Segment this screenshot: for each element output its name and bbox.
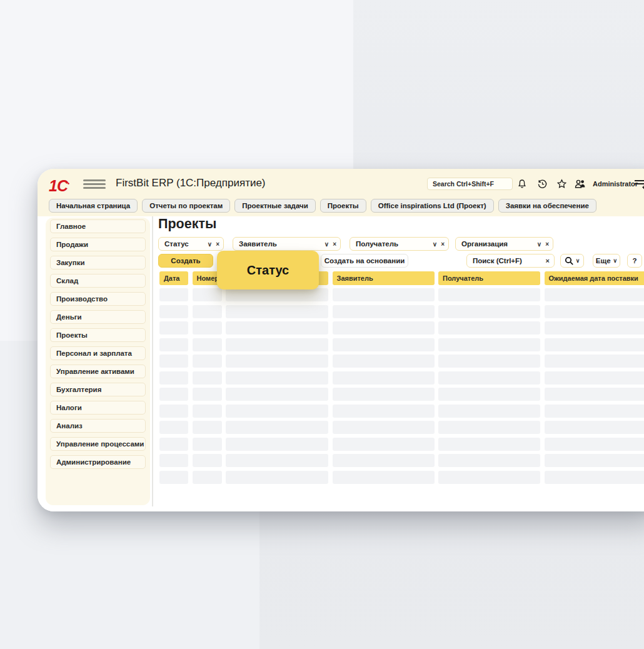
clear-search-icon[interactable]: ×	[546, 254, 550, 267]
table-cell	[159, 421, 188, 434]
table-cell	[545, 371, 644, 385]
table-cell	[159, 454, 188, 467]
sidebar-item[interactable]: Производство	[50, 292, 146, 306]
clear-filter-icon[interactable]: ×	[545, 241, 549, 248]
table-cell	[159, 471, 188, 484]
sidebar-item[interactable]: Склад	[50, 274, 146, 288]
table-cell	[226, 371, 328, 385]
filter-recipient[interactable]: Получатель ∨ ×	[350, 237, 449, 251]
table-cell	[193, 438, 222, 451]
table-cell	[333, 321, 435, 335]
table-cell	[438, 388, 540, 401]
create-button[interactable]: Создать	[158, 254, 213, 268]
sidebar-item[interactable]: Управление активами	[50, 365, 146, 378]
table-cell	[438, 355, 540, 368]
table-search-input[interactable]: Поиск (Ctrl+F) ×	[466, 254, 555, 268]
table-row[interactable]	[153, 405, 644, 418]
collapse-panels-icon[interactable]	[634, 177, 644, 191]
sidebar-item[interactable]: Главное	[50, 219, 146, 233]
table-row[interactable]	[153, 471, 644, 484]
filter-status[interactable]: Статус ∨ ×	[158, 237, 224, 251]
star-icon[interactable]	[555, 177, 568, 191]
table-cell	[545, 355, 644, 368]
table-cell	[159, 371, 188, 385]
table-row[interactable]	[153, 371, 644, 385]
bell-icon[interactable]	[515, 177, 529, 191]
tab[interactable]: Отчеты по проектам	[142, 199, 230, 213]
table-cell	[159, 321, 188, 335]
table-cell	[545, 388, 644, 401]
table-cell	[226, 405, 328, 418]
history-icon[interactable]	[535, 177, 549, 191]
help-button[interactable]: ?	[627, 254, 642, 268]
table-cell	[159, 305, 188, 318]
column-header[interactable]: Ожидаемая дата поставки	[545, 271, 644, 285]
chevron-down-icon[interactable]: ∨	[208, 241, 212, 248]
sidebar-item[interactable]: Налоги	[50, 401, 146, 415]
table-cell	[226, 305, 328, 318]
column-header[interactable]: Дата	[159, 271, 188, 285]
global-search-input[interactable]	[427, 178, 513, 190]
filter-organization[interactable]: Организация ∨ ×	[455, 237, 553, 251]
table-cell	[193, 288, 222, 301]
user-label[interactable]: Administrator	[593, 180, 638, 188]
clear-filter-icon[interactable]: ×	[441, 241, 445, 248]
table-cell	[438, 338, 540, 351]
table-row[interactable]	[153, 338, 644, 351]
table-cell	[226, 388, 328, 401]
table-row[interactable]	[153, 288, 644, 301]
table-cell	[438, 321, 540, 335]
table-cell	[193, 471, 222, 484]
column-header[interactable]: Заявитель	[333, 271, 435, 285]
table-row[interactable]	[153, 388, 644, 401]
1c-logo: 1С•	[49, 175, 69, 194]
sidebar-item[interactable]: Деньги	[50, 310, 146, 324]
tab[interactable]: Office inspirations Ltd (Проект)	[371, 199, 494, 213]
sidebar-item[interactable]: Закупки	[50, 256, 146, 269]
chevron-down-icon[interactable]: ∨	[325, 241, 329, 248]
table-cell	[226, 338, 328, 351]
table-cell	[545, 321, 644, 335]
table-cell	[545, 421, 644, 434]
table-cell	[159, 438, 188, 451]
more-button[interactable]: Еще ∨	[593, 254, 620, 268]
table-cell	[159, 388, 188, 401]
users-icon[interactable]	[573, 177, 587, 191]
table-cell	[545, 471, 644, 484]
clear-filter-icon[interactable]: ×	[216, 241, 219, 248]
table-cell	[333, 305, 435, 318]
filter-applicant[interactable]: Заявитель ∨ ×	[233, 237, 341, 251]
sidebar-item[interactable]: Бухгалтерия	[50, 383, 146, 396]
table-row[interactable]	[153, 454, 644, 467]
table-cell	[193, 421, 222, 434]
table-cell	[333, 454, 435, 467]
sidebar-item[interactable]: Администрирование	[50, 455, 146, 469]
sidebar-item[interactable]: Персонал и зарплата	[50, 346, 146, 360]
page-title: Проекты	[158, 216, 216, 232]
table-cell	[438, 438, 540, 451]
create-based-on-button[interactable]: Создать на основании	[321, 254, 408, 268]
sidebar-item[interactable]: Анализ	[50, 419, 146, 433]
chevron-down-icon[interactable]: ∨	[537, 241, 541, 248]
table-row[interactable]	[153, 438, 644, 451]
table-cell	[193, 388, 222, 401]
table-cell	[193, 338, 222, 351]
table-row[interactable]	[153, 421, 644, 434]
tab[interactable]: Заявки на обеспечение	[498, 199, 596, 213]
column-header[interactable]: Получатель	[438, 271, 540, 285]
table-cell	[226, 288, 328, 301]
sidebar-item[interactable]: Управление процессами	[50, 437, 146, 451]
clear-filter-icon[interactable]: ×	[333, 241, 336, 248]
table-row[interactable]	[153, 355, 644, 368]
tab[interactable]: Начальная страница	[49, 199, 138, 213]
search-button[interactable]: ∨	[560, 254, 584, 268]
table-cell	[226, 321, 328, 335]
table-row[interactable]	[153, 321, 644, 335]
sidebar-item[interactable]: Продажи	[50, 238, 146, 251]
tab[interactable]: Проектные задачи	[234, 199, 316, 213]
tab[interactable]: Проекты	[320, 199, 366, 213]
chevron-down-icon[interactable]: ∨	[433, 241, 437, 248]
table-row[interactable]	[153, 305, 644, 318]
hamburger-menu-icon[interactable]	[83, 179, 106, 189]
sidebar-item[interactable]: Проекты	[50, 328, 146, 342]
